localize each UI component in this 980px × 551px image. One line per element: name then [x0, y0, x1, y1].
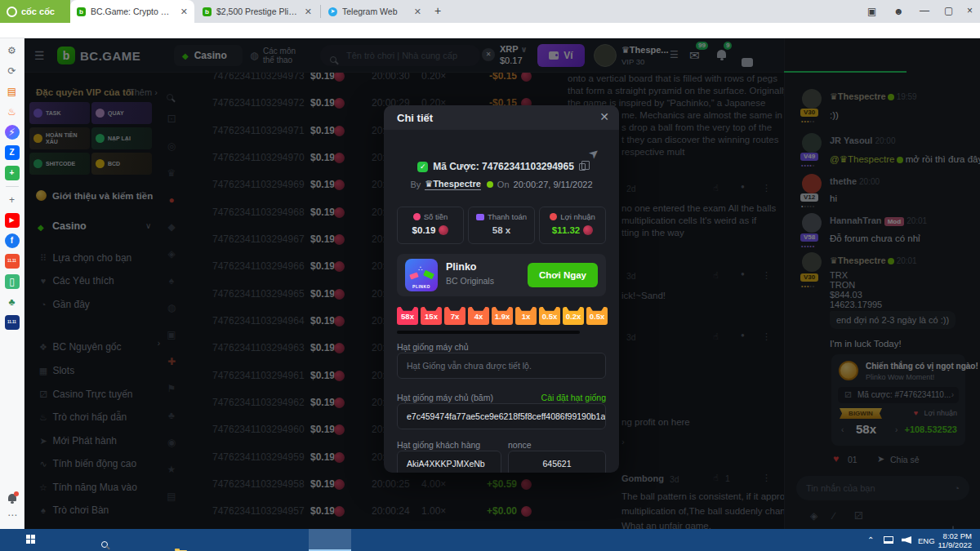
server-seed-label: Hạt giống máy chủ — [397, 342, 469, 352]
coccoc-sidebar-icon[interactable]: f — [5, 233, 20, 248]
trx-coin-icon — [439, 225, 448, 235]
coccoc-sidebar-icon[interactable]: ♨ — [5, 104, 20, 119]
telegram-favicon: ➤ — [328, 7, 337, 16]
copy-icon[interactable] — [579, 163, 586, 171]
server-seed-field[interactable]: Hạt Giống vẫn chưa được tiết lộ. — [397, 353, 606, 379]
bet-author-row: By ♛Thespectre On 20:00:27, 9/11/2022 — [384, 179, 619, 190]
nonce-field[interactable]: 645621 — [508, 451, 606, 473]
browser-toolbar: ← → ⟳ bc.game/vi/game/plinko ☆ ↧ ◳ ⇩ ◩ ▦… — [0, 23, 980, 38]
play-now-button[interactable]: Chơi Ngay — [528, 263, 598, 287]
maximize-button[interactable]: ▢ — [944, 5, 953, 16]
coccoc-sidebar-icon[interactable]: + — [5, 166, 20, 180]
tab-close-icon[interactable]: ✕ — [414, 7, 421, 17]
coccoc-sidebar-icon[interactable]: ▶ — [5, 213, 20, 228]
tab-plinko-challenge[interactable]: b $2,500 Prestige Plinko Challe ✕ — [196, 0, 318, 23]
multiplier-chip: 4x — [468, 307, 489, 325]
minimize-button[interactable]: — — [920, 5, 929, 16]
tab-title: Telegram Web — [342, 7, 409, 16]
close-button[interactable]: × — [967, 5, 973, 16]
multiplier-chips: 58x 15x 7x 4x 1.9x 1x 0.5x 0.2x 0.5x — [397, 307, 608, 325]
coccoc-sidebar-icon[interactable]: ⚙ — [5, 43, 20, 58]
bcgame-site: ☰ b BC.GAME ◆ Casino ◍ Các môn thể thao … — [24, 38, 980, 529]
coccoc-sidebar-icon[interactable]: 11.11 — [5, 315, 20, 330]
tab-close-icon[interactable]: ✕ — [305, 7, 312, 17]
client-seed-label: Hạt giống khách hàng — [397, 440, 480, 450]
multiplier-chip: 0.5x — [539, 307, 560, 325]
bcgame-favicon: b — [203, 7, 212, 16]
browser-tabstrip: cốc cốc b BC.Game: Crypto Casino Gam ✕ b… — [0, 0, 980, 23]
tab-telegram[interactable]: ➤ Telegram Web ✕ — [322, 0, 428, 23]
stat-profit: Lợi nhuận $11.32 — [539, 207, 606, 244]
volume-icon[interactable] — [902, 536, 911, 544]
bet-id-row: ✓ Mã Cược: 74762341103294965 — [384, 161, 619, 172]
coccoc-sidebar-icon[interactable]: 11.11 — [5, 254, 20, 269]
modal-title: Chi tiết — [397, 112, 433, 124]
game-provider: BC Originals — [446, 276, 494, 286]
tray-expand-icon[interactable]: ⌃ — [867, 535, 874, 544]
coccoc-sidebar-icon[interactable]: ▤ — [5, 84, 20, 99]
coccoc-logo-icon — [7, 7, 17, 17]
taskbar-search-icon[interactable] — [101, 541, 108, 548]
bet-datetime: 20:00:27, 9/11/2022 — [514, 180, 593, 189]
bet-author[interactable]: ♛Thespectre — [425, 179, 481, 190]
coccoc-sidebar-icon[interactable]: ▯ — [5, 274, 20, 289]
multiplier-chip: 7x — [444, 307, 466, 325]
coccoc-sidebar-icon[interactable]: ⟳ — [5, 64, 20, 78]
plinko-game-icon: ∴PLINKO — [405, 259, 438, 291]
new-tab-button[interactable]: + — [434, 4, 441, 17]
amount-icon — [413, 213, 421, 220]
coccoc-sidebar-icon[interactable]: Z — [5, 145, 20, 160]
coccoc-sidebar-icon[interactable]: ⚡ — [5, 125, 20, 140]
tab-bcgame[interactable]: b BC.Game: Crypto Casino Gam ✕ — [70, 0, 194, 23]
browser-brand[interactable]: cốc cốc — [0, 0, 70, 23]
game-card: ∴PLINKO Plinko BC Originals Chơi Ngay — [397, 254, 606, 296]
payout-icon — [476, 214, 484, 220]
server-seed-hash-label: Hạt giống máy chủ (băm) — [397, 393, 493, 402]
multiplier-chip: 1.9x — [492, 307, 513, 325]
coccoc-sidebar-icon[interactable] — [6, 186, 19, 187]
multiplier-chip: 15x — [421, 307, 442, 325]
game-name: Plinko — [446, 261, 477, 273]
trx-coin-icon — [583, 225, 593, 235]
seed-settings-link[interactable]: Cài đặt hạt giống — [541, 393, 606, 402]
stat-payout: Thanh toán 58 x — [468, 207, 535, 244]
windows-taskbar: ⌃ ENG 8:02 PM 11/9/2022 — [0, 529, 980, 551]
capture-icon[interactable]: ▣ — [867, 6, 876, 17]
multiplier-chip: 0.2x — [563, 307, 584, 325]
coccoc-sidebar-icon[interactable]: + — [5, 193, 20, 207]
multiplier-chip: 1x — [515, 307, 537, 325]
client-seed-field[interactable]: AkiA4XKKPJMXeNb — [397, 451, 501, 473]
clock[interactable]: 8:02 PM 11/9/2022 — [934, 531, 972, 549]
multiplier-chip: 0.5x — [586, 307, 608, 325]
coccoc-sidebar-icon[interactable]: ♣ — [5, 295, 20, 309]
screen: cốc cốc b BC.Game: Crypto Casino Gam ✕ b… — [0, 0, 980, 551]
verified-icon: ✓ — [417, 162, 428, 172]
notifications-bell-icon[interactable] — [8, 490, 16, 504]
start-button[interactable] — [26, 535, 36, 544]
network-icon[interactable] — [884, 536, 893, 544]
more-icon[interactable]: ⋯ — [7, 509, 17, 521]
active-app-highlight — [309, 529, 351, 551]
chips-scrollbar[interactable] — [397, 331, 580, 334]
coccoc-sidebar: ⚙ ⟳ ▤ ♨ ⚡ Z + + ▶ f 11.11 ▯ ♣ 11.11 — [0, 38, 24, 529]
tab-separator — [320, 5, 321, 18]
bet-details-modal: Chi tiết ✕ ➤ ✓ Mã Cược: 7476234110329496… — [384, 105, 619, 473]
profile-icon[interactable]: ☻ — [893, 6, 904, 17]
nonce-label: nonce — [508, 440, 532, 450]
bet-id-text: Mã Cược: 74762341103294965 — [433, 161, 574, 172]
server-seed-hash-field[interactable]: e7c459474fa77ae5ce9e6218f5f8ceff4086f991… — [397, 403, 606, 429]
modal-share-icon[interactable]: ➤ — [586, 144, 603, 162]
multiplier-chip: 58x — [397, 307, 418, 325]
stat-amount: Số tiền $0.19 — [397, 207, 464, 244]
tab-close-icon[interactable]: ✕ — [180, 7, 188, 17]
tab-title: $2,500 Prestige Plinko Challe — [216, 7, 300, 16]
brand-label: cốc cốc — [21, 7, 55, 16]
bcgame-favicon: b — [77, 7, 86, 16]
frog-emoji — [487, 181, 493, 188]
tab-title: BC.Game: Crypto Casino Gam — [91, 7, 176, 16]
modal-close-icon[interactable]: ✕ — [599, 110, 609, 123]
language-indicator[interactable]: ENG — [918, 536, 935, 545]
profit-icon — [550, 213, 557, 220]
